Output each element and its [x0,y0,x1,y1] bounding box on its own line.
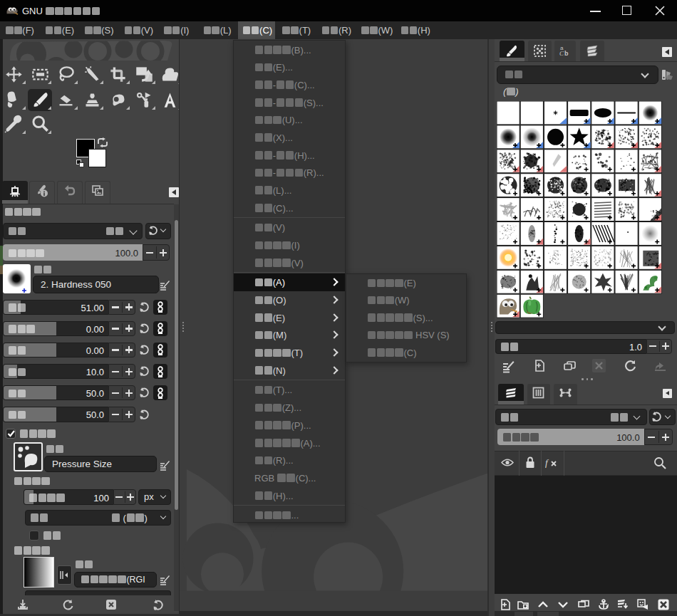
svg-text:C: C [559,50,564,57]
svg-text:f: f [545,457,549,468]
svg-text:b: b [564,50,569,57]
